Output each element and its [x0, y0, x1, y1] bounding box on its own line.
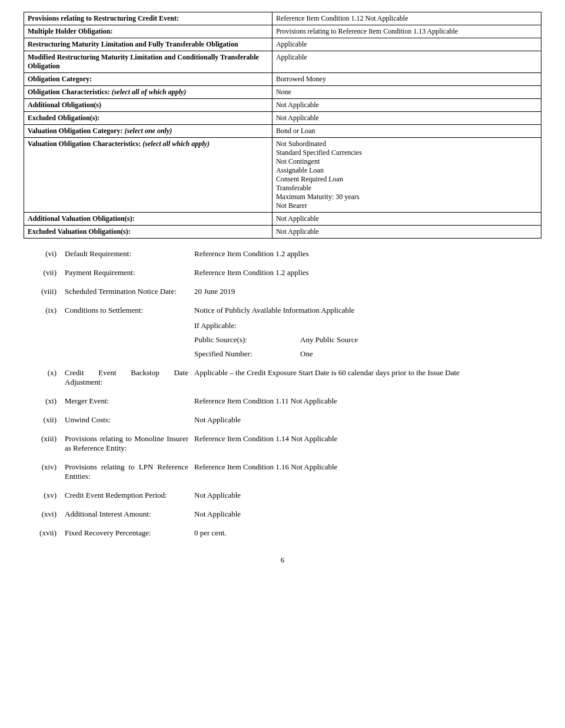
item-number: (vii) — [24, 268, 65, 277]
numbered-items-section: (vi)Default Requirement:Reference Item C… — [24, 249, 541, 538]
table-row: Valuation Obligation Category: (select o… — [24, 125, 541, 138]
table-row: Restructuring Maturity Limitation and Fu… — [24, 38, 541, 51]
table-row: Provisions relating to Restructuring Cre… — [24, 12, 541, 25]
item-number: (viii) — [24, 287, 65, 296]
table-label-cell: Excluded Valuation Obligation(s): — [24, 226, 272, 239]
item-number: (x) — [24, 368, 65, 378]
item-value: Reference Item Condition 1.14 Not Applic… — [194, 434, 541, 444]
sub-value: Any Public Source — [300, 335, 541, 345]
page-number: 6 — [24, 555, 541, 565]
numbered-item: (xiii)Provisions relating to Monoline In… — [24, 434, 541, 453]
numbered-item: (vi)Default Requirement:Reference Item C… — [24, 249, 541, 259]
numbered-item: (ix)Conditions to Settlement:Notice of P… — [24, 306, 541, 359]
table-value-cell: Provisions relating to Reference Item Co… — [272, 25, 541, 38]
sub-item: Specified Number:One — [194, 349, 541, 359]
table-label-cell: Restructuring Maturity Limitation and Fu… — [24, 38, 272, 51]
sub-label: Public Source(s): — [194, 335, 300, 345]
table-row: Additional Obligation(s)Not Applicable — [24, 99, 541, 112]
sub-label: Specified Number: — [194, 349, 300, 359]
table-label-cell: Obligation Category: — [24, 73, 272, 86]
table-value-cell: Not Applicable — [272, 226, 541, 239]
item-label: Default Requirement: — [65, 249, 194, 259]
table-label-cell: Additional Obligation(s) — [24, 99, 272, 112]
table-label-cell: Valuation Obligation Characteristics: (s… — [24, 138, 272, 213]
item-label: Provisions relating to Monoline Insurer … — [65, 434, 194, 453]
table-row: Modified Restructuring Maturity Limitati… — [24, 51, 541, 73]
sub-item: Public Source(s):Any Public Source — [194, 335, 541, 345]
table-value-cell: Bond or Loan — [272, 125, 541, 138]
table-label-cell: Multiple Holder Obligation: — [24, 25, 272, 38]
item-value: Reference Item Condition 1.11 Not Applic… — [194, 396, 541, 406]
numbered-item: (xvii)Fixed Recovery Percentage:0 per ce… — [24, 528, 541, 538]
table-label-cell: Modified Restructuring Maturity Limitati… — [24, 51, 272, 73]
item-label: Payment Requirement: — [65, 268, 194, 277]
item-number: (xvi) — [24, 509, 65, 519]
item-number: (xii) — [24, 415, 65, 425]
item-number: (xvii) — [24, 528, 65, 538]
item-number: (xiii) — [24, 434, 65, 444]
item-label: Scheduled Termination Notice Date: — [65, 287, 194, 296]
table-value-cell: Not Applicable — [272, 112, 541, 125]
item-value: Reference Item Condition 1.16 Not Applic… — [194, 462, 541, 472]
table-value-cell: None — [272, 86, 541, 99]
item-value: Not Applicable — [194, 415, 541, 425]
table-row: Excluded Valuation Obligation(s):Not App… — [24, 226, 541, 239]
item-label: Additional Interest Amount: — [65, 509, 194, 519]
numbered-item: (xvi)Additional Interest Amount:Not Appl… — [24, 509, 541, 519]
item-label: Merger Event: — [65, 396, 194, 406]
item-number: (vi) — [24, 249, 65, 259]
item-value: Reference Item Condition 1.2 applies — [194, 268, 541, 277]
table-label-cell: Valuation Obligation Category: (select o… — [24, 125, 272, 138]
item-label: Credit Event Redemption Period: — [65, 491, 194, 500]
table-row: Excluded Obligation(s):Not Applicable — [24, 112, 541, 125]
numbered-item: (x)Credit Event Backstop Date Adjustment… — [24, 368, 541, 387]
sub-value: One — [300, 349, 541, 359]
table-value-cell: Not SubordinatedStandard Specified Curre… — [272, 138, 541, 213]
table-value-cell: Not Applicable — [272, 99, 541, 112]
table-row: Valuation Obligation Characteristics: (s… — [24, 138, 541, 213]
table-value-cell: Reference Item Condition 1.12 Not Applic… — [272, 12, 541, 25]
table-row: Additional Valuation Obligation(s):Not A… — [24, 213, 541, 226]
item-number: (xi) — [24, 396, 65, 406]
item-value: 20 June 2019 — [194, 287, 541, 296]
item-label: Provisions relating to LPN Reference Ent… — [65, 462, 194, 481]
table-label-cell: Excluded Obligation(s): — [24, 112, 272, 125]
item-number: (xiv) — [24, 462, 65, 472]
numbered-item: (xiv)Provisions relating to LPN Referenc… — [24, 462, 541, 481]
item-value: Applicable – the Credit Exposure Start D… — [194, 368, 541, 378]
table-row: Obligation Characteristics: (select all … — [24, 86, 541, 99]
table-value-cell: Applicable — [272, 51, 541, 73]
item-number: (xv) — [24, 491, 65, 500]
item-number: (ix) — [24, 306, 65, 315]
item-label: Conditions to Settlement: — [65, 306, 194, 315]
table-label-cell: Obligation Characteristics: (select all … — [24, 86, 272, 99]
item-label: Unwind Costs: — [65, 415, 194, 425]
item-label: Credit Event Backstop Date Adjustment: — [65, 368, 194, 387]
item-value: Notice of Publicly Available Information… — [194, 306, 541, 359]
item-value: Not Applicable — [194, 491, 541, 500]
obligations-table: Provisions relating to Restructuring Cre… — [24, 12, 541, 239]
table-value-cell: Not Applicable — [272, 213, 541, 226]
item-value: Not Applicable — [194, 509, 541, 519]
numbered-item: (xi)Merger Event:Reference Item Conditio… — [24, 396, 541, 406]
table-label-cell: Provisions relating to Restructuring Cre… — [24, 12, 272, 25]
table-row: Obligation Category:Borrowed Money — [24, 73, 541, 86]
numbered-item: (viii)Scheduled Termination Notice Date:… — [24, 287, 541, 296]
item-value: Reference Item Condition 1.2 applies — [194, 249, 541, 259]
numbered-item: (xii)Unwind Costs:Not Applicable — [24, 415, 541, 425]
numbered-item: (xv)Credit Event Redemption Period:Not A… — [24, 491, 541, 500]
numbered-item: (vii)Payment Requirement:Reference Item … — [24, 268, 541, 277]
table-value-cell: Applicable — [272, 38, 541, 51]
item-value: 0 per cent. — [194, 528, 541, 538]
table-label-cell: Additional Valuation Obligation(s): — [24, 213, 272, 226]
table-row: Multiple Holder Obligation:Provisions re… — [24, 25, 541, 38]
table-value-cell: Borrowed Money — [272, 73, 541, 86]
item-label: Fixed Recovery Percentage: — [65, 528, 194, 538]
